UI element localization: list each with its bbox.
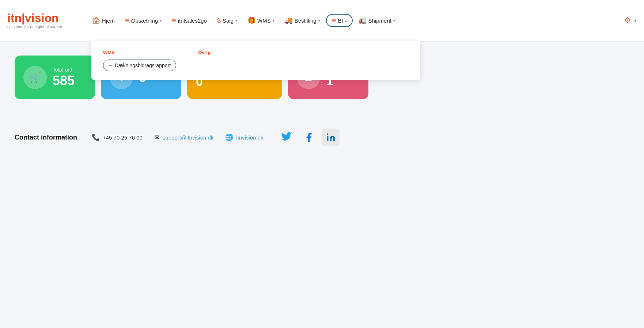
nav-label-itnlsales2go: itnlsales2go xyxy=(178,18,207,24)
linkedin-icon xyxy=(326,133,336,142)
bestilling-chevron: ▾ xyxy=(318,19,320,23)
contact-website[interactable]: 🌐 itnvision.dk xyxy=(225,133,263,141)
contact-section: Contact information 📞 +45 70 25 76 00 ✉ … xyxy=(0,118,644,157)
logo-separator: | xyxy=(22,11,25,24)
cart-icon: 🛒 xyxy=(29,72,41,83)
svg-point-0 xyxy=(327,133,328,135)
bi-icon: ≡ xyxy=(332,17,336,24)
bestilling-icon: 🚚 xyxy=(285,16,293,24)
contact-phone: 📞 +45 70 25 76 00 xyxy=(92,133,143,141)
facebook-icon xyxy=(303,132,314,143)
salg-chevron: ▾ xyxy=(235,19,237,23)
social-icons xyxy=(278,129,340,146)
hjem-icon: 🏠 xyxy=(92,16,100,24)
dropdown-section-ovrig: Øvrig xyxy=(198,50,211,71)
nav-label-bestilling: Bestilling xyxy=(295,18,317,24)
shipment-chevron: ▾ xyxy=(393,19,395,23)
settings-icon[interactable]: ⚙ xyxy=(624,16,631,25)
total-orders-value: 585 xyxy=(53,73,75,88)
phone-icon: 📞 xyxy=(92,133,100,141)
stat-card-total-orders[interactable]: 🛒 Total ord 585 xyxy=(15,56,95,99)
stat-card-inner-green: 🛒 Total ord 585 xyxy=(23,66,86,89)
globe-icon: 🌐 xyxy=(225,133,233,141)
opsaetning-icon: ≡ xyxy=(125,17,129,24)
email-link[interactable]: support@itnvision.dk xyxy=(163,134,213,141)
nav-label-opsaetning: Opsætning xyxy=(131,18,158,24)
nav-item-shipment[interactable]: 🚛 Shipment ▾ xyxy=(354,14,399,27)
website-link[interactable]: itnvision.dk xyxy=(236,134,263,141)
header: itn|vision solutions for one global mark… xyxy=(0,0,644,41)
nav-label-wms: WMS xyxy=(257,18,271,24)
linkedin-button[interactable] xyxy=(322,129,340,146)
twitter-icon xyxy=(281,132,292,143)
wms-chevron: ▾ xyxy=(273,19,274,23)
nav-item-salg[interactable]: $ Salg ▾ xyxy=(213,14,242,27)
nav-item-opsaetning[interactable]: ≡ Opsætning ▾ xyxy=(121,14,166,27)
nav-label-shipment: Shipment xyxy=(368,18,391,24)
itnlsales2go-icon: ≡ xyxy=(172,17,176,24)
nav-item-hjem[interactable]: 🏠 Hjem xyxy=(88,14,119,27)
nav-item-bestilling[interactable]: 🚚 Bestilling ▾ xyxy=(280,14,325,27)
salg-icon: $ xyxy=(217,17,221,24)
main-nav: 🏠 Hjem ≡ Opsætning ▾ ≡ itnlsales2go $ Sa… xyxy=(88,14,624,27)
email-icon: ✉ xyxy=(154,133,160,141)
nav-label-bi: BI xyxy=(338,18,343,24)
dropdown-item-label: Dækningsbidragsrapport xyxy=(115,62,171,68)
nav-item-bi[interactable]: ≡ BI ▴ xyxy=(326,14,353,27)
twitter-button[interactable] xyxy=(278,129,296,146)
logo-vision: vision xyxy=(25,11,58,24)
total-orders-icon-circle: 🛒 xyxy=(23,66,47,89)
opsaetning-chevron: ▾ xyxy=(160,19,162,23)
nav-item-wms[interactable]: 🎁 WMS ▾ xyxy=(243,14,279,27)
nav-item-itnlsales2go[interactable]: ≡ itnlsales2go xyxy=(167,14,211,27)
bi-chevron: ▴ xyxy=(345,19,347,23)
logo-text: itn|vision xyxy=(7,12,73,24)
logo-subtitle: solutions for one global market xyxy=(7,24,73,29)
total-orders-label: Total ord xyxy=(53,67,75,73)
total-orders-info: Total ord 585 xyxy=(53,67,75,88)
contact-title: Contact information xyxy=(15,134,77,141)
settings-chevron[interactable]: ▾ xyxy=(634,18,637,23)
header-right: ⚙ ▾ xyxy=(624,16,637,25)
dropdown-item-daekningsbidragsrapport[interactable]: – Dækningsbidragsrapport xyxy=(103,60,176,71)
phone-number: +45 70 25 76 00 xyxy=(103,134,143,141)
shipment-icon: 🚛 xyxy=(359,16,367,24)
dropdown-section-wms-title: WMS xyxy=(103,50,176,55)
facebook-button[interactable] xyxy=(300,129,318,146)
logo-itn: itn xyxy=(7,11,22,24)
nav-label-salg: Salg xyxy=(223,18,234,24)
dropdown-dash-icon: – xyxy=(109,62,112,69)
logo: itn|vision solutions for one global mark… xyxy=(7,12,73,29)
bi-dropdown: WMS – Dækningsbidragsrapport Øvrig xyxy=(91,41,420,80)
dropdown-section-ovrig-title: Øvrig xyxy=(198,50,211,55)
contact-email[interactable]: ✉ support@itnvision.dk xyxy=(154,133,213,141)
dropdown-section-wms: WMS – Dækningsbidragsrapport xyxy=(103,50,176,71)
wms-icon: 🎁 xyxy=(247,16,255,24)
nav-label-hjem: Hjem xyxy=(102,18,115,24)
